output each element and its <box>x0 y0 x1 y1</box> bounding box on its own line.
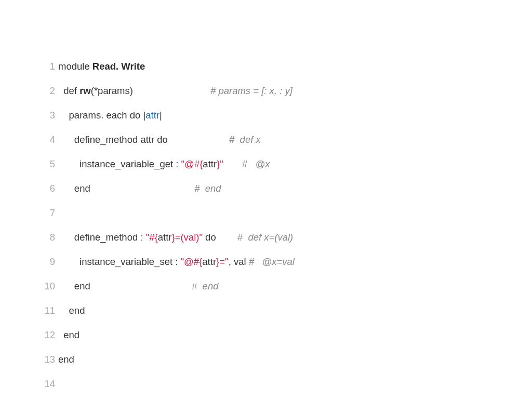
code-block: 1module Read. Write 2 def rw(*params) # … <box>41 48 295 399</box>
t: =(val)" <box>175 232 203 243</box>
t: " <box>220 158 223 169</box>
t: define_method : <box>58 232 146 243</box>
t: | <box>159 110 162 121</box>
t: end <box>58 305 85 316</box>
code-line-9: 9 instance_variable_set : "@#{attr}=", v… <box>41 256 295 268</box>
t: # end <box>194 183 221 194</box>
lineno: 12 <box>41 329 55 341</box>
lineno: 1 <box>41 60 55 73</box>
t: end <box>58 183 194 194</box>
code-line-1: 1module Read. Write <box>41 60 295 73</box>
code-line-3: 3 params. each do |attr| <box>41 109 295 122</box>
lineno: 14 <box>41 378 55 390</box>
code-line-11: 11 end <box>41 304 295 317</box>
t: # end <box>192 281 218 291</box>
t: # def x=(val) <box>237 232 293 243</box>
code-line-12: 12 end <box>41 329 295 341</box>
t: # def x <box>229 134 261 145</box>
t: (*params) <box>91 85 210 96</box>
lineno: 5 <box>41 158 55 170</box>
t: # params = [: x, : y] <box>210 85 292 96</box>
code-line-6: 6 end # end <box>41 182 295 195</box>
t: define_method attr do <box>58 134 229 145</box>
code-line-4: 4 define_method attr do # def x <box>41 134 295 146</box>
t: params. each do | <box>58 110 145 121</box>
lineno: 8 <box>41 231 55 244</box>
t: module <box>58 61 92 72</box>
code-line-13: 13end <box>41 353 295 366</box>
t: Read. Write <box>92 61 145 72</box>
code-line-2: 2 def rw(*params) # params = [: x, : y] <box>41 85 295 97</box>
lineno: 2 <box>41 85 55 97</box>
lineno: 13 <box>41 353 55 366</box>
lineno: 7 <box>41 207 55 219</box>
t: # @x <box>242 158 270 169</box>
t: end <box>58 354 74 365</box>
lineno: 11 <box>41 304 55 317</box>
code-line-10: 10 end # end <box>41 280 295 292</box>
lineno: 6 <box>41 182 55 195</box>
lineno: 3 <box>41 109 55 122</box>
t: attr <box>203 158 217 169</box>
t: "@# <box>181 158 200 169</box>
code-line-14: 14 <box>41 378 295 390</box>
t: end <box>58 281 192 291</box>
t <box>223 158 242 169</box>
t: rw <box>79 85 91 96</box>
lineno: 4 <box>41 134 55 146</box>
t: attr <box>145 110 159 121</box>
t: def <box>58 85 79 96</box>
code-line-7: 7 <box>41 207 295 219</box>
t: "# <box>146 232 155 243</box>
t: instance_variable_set : <box>58 256 181 267</box>
t: instance_variable_get : <box>58 158 181 169</box>
code-line-5: 5 instance_variable_get : "@#{attr}" # @… <box>41 158 295 170</box>
t: do <box>203 232 237 243</box>
t: attr <box>158 232 172 243</box>
t: attr <box>202 256 216 267</box>
t: =" <box>219 256 228 267</box>
t: end <box>58 329 79 340</box>
lineno: 9 <box>41 256 55 268</box>
lineno: 10 <box>41 280 55 292</box>
t: , val <box>229 256 249 267</box>
t: "@# <box>181 256 200 267</box>
t: # @x=val <box>249 256 295 267</box>
code-line-8: 8 define_method : "#{attr}=(val)" do # d… <box>41 231 295 244</box>
